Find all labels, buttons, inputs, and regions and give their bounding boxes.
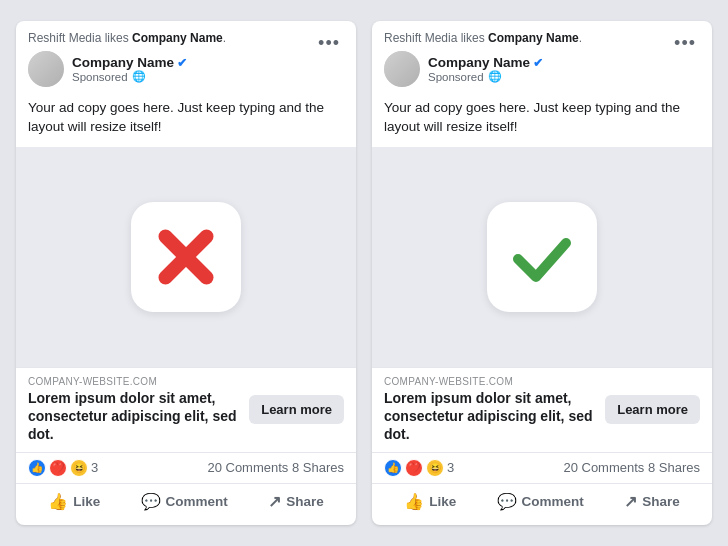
avatar — [28, 51, 64, 87]
ad-image — [16, 147, 356, 367]
learn-more-button[interactable]: Learn more — [605, 395, 700, 424]
website-url: COMPANY-WEBSITE.COM — [384, 376, 593, 387]
share-icon: ↗ — [268, 492, 281, 511]
reactions-row: 👍 ❤️ 😆 3 20 Comments 8 Shares — [16, 453, 356, 483]
ad-image — [372, 147, 712, 367]
share-button[interactable]: ↗ Share — [612, 486, 692, 517]
reaction-heart: ❤️ — [405, 459, 423, 477]
share-label: Share — [642, 494, 680, 509]
comment-label: Comment — [166, 494, 228, 509]
fb-card-wrong: Reshift Media likes Company Name. Compan… — [16, 21, 356, 524]
x-mark-icon — [154, 225, 218, 289]
x-icon-container — [131, 202, 241, 312]
likes-prefix: Reshift Media likes — [28, 31, 132, 45]
comment-button[interactable]: 💬 Comment — [129, 486, 240, 517]
sponsored-label: Sponsored — [428, 71, 484, 83]
check-mark-icon — [510, 225, 574, 289]
share-button[interactable]: ↗ Share — [256, 486, 336, 517]
globe-icon: 🌐 — [488, 70, 502, 83]
sponsored-label: Sponsored — [72, 71, 128, 83]
cta-headline: Lorem ipsum dolor sit amet, consectetur … — [384, 389, 593, 444]
like-button[interactable]: 👍 Like — [392, 486, 468, 517]
avatar — [384, 51, 420, 87]
likes-line: Reshift Media likes Company Name. — [384, 31, 582, 45]
comment-button[interactable]: 💬 Comment — [485, 486, 596, 517]
reaction-heart: ❤️ — [49, 459, 67, 477]
reactions-row: 👍 ❤️ 😆 3 20 Comments 8 Shares — [372, 453, 712, 483]
more-options-button[interactable]: ••• — [670, 31, 700, 56]
reaction-count: 3 — [447, 460, 454, 475]
liked-company: Company Name — [132, 31, 223, 45]
like-button[interactable]: 👍 Like — [36, 486, 112, 517]
comments-shares: 20 Comments 8 Shares — [563, 460, 700, 475]
cta-section: COMPANY-WEBSITE.COM Lorem ipsum dolor si… — [372, 368, 712, 453]
likes-prefix: Reshift Media likes — [384, 31, 488, 45]
like-icon: 👍 — [48, 492, 68, 511]
share-icon: ↗ — [624, 492, 637, 511]
verified-icon: ✔ — [533, 56, 543, 70]
ad-body-text: Your ad copy goes here. Just keep typing… — [16, 93, 356, 147]
reaction-count: 3 — [91, 460, 98, 475]
learn-more-button[interactable]: Learn more — [249, 395, 344, 424]
company-name: Company Name — [72, 55, 174, 70]
comment-icon: 💬 — [141, 492, 161, 511]
globe-icon: 🌐 — [132, 70, 146, 83]
likes-line: Reshift Media likes Company Name. — [28, 31, 226, 45]
reaction-haha: 😆 — [70, 459, 88, 477]
company-name: Company Name — [428, 55, 530, 70]
ad-body-text: Your ad copy goes here. Just keep typing… — [372, 93, 712, 147]
comment-label: Comment — [522, 494, 584, 509]
website-url: COMPANY-WEBSITE.COM — [28, 376, 237, 387]
reaction-haha: 😆 — [426, 459, 444, 477]
cta-section: COMPANY-WEBSITE.COM Lorem ipsum dolor si… — [16, 368, 356, 453]
reaction-icons: 👍 ❤️ 😆 3 — [384, 459, 454, 477]
like-icon: 👍 — [404, 492, 424, 511]
reaction-like: 👍 — [384, 459, 402, 477]
actions-row: 👍 Like 💬 Comment ↗ Share — [372, 483, 712, 525]
check-icon-container — [487, 202, 597, 312]
like-label: Like — [429, 494, 456, 509]
cta-headline: Lorem ipsum dolor sit amet, consectetur … — [28, 389, 237, 444]
liked-company: Company Name — [488, 31, 579, 45]
fb-card-correct: Reshift Media likes Company Name. Compan… — [372, 21, 712, 524]
reaction-icons: 👍 ❤️ 😆 3 — [28, 459, 98, 477]
more-options-button[interactable]: ••• — [314, 31, 344, 56]
like-label: Like — [73, 494, 100, 509]
comment-icon: 💬 — [497, 492, 517, 511]
actions-row: 👍 Like 💬 Comment ↗ Share — [16, 483, 356, 525]
share-label: Share — [286, 494, 324, 509]
verified-icon: ✔ — [177, 56, 187, 70]
comments-shares: 20 Comments 8 Shares — [207, 460, 344, 475]
reaction-like: 👍 — [28, 459, 46, 477]
